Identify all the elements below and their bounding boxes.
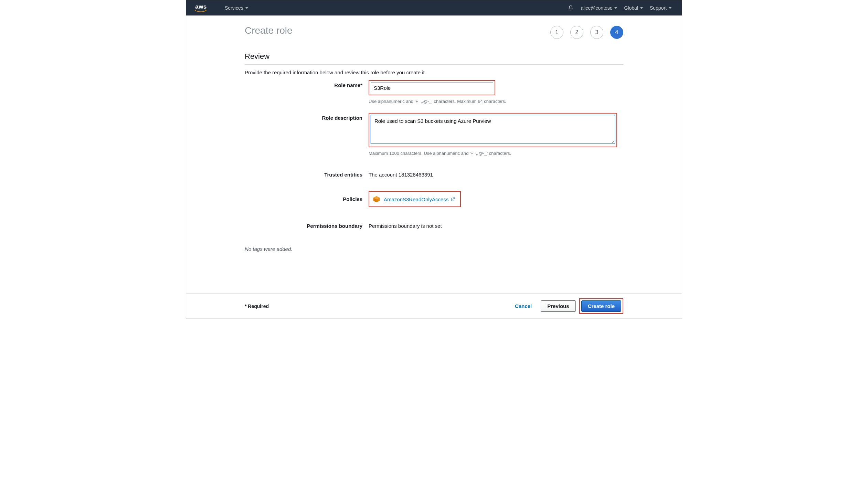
create-role-button[interactable]: Create role bbox=[581, 300, 621, 312]
page-title: Create role bbox=[245, 25, 550, 36]
nav-account-label: alice@contoso bbox=[581, 5, 612, 11]
external-link-icon bbox=[451, 197, 455, 202]
trusted-entities-label: Trusted entities bbox=[245, 170, 369, 178]
wizard-step-4[interactable]: 4 bbox=[610, 26, 623, 39]
role-description-hint: Maximum 1000 characters. Use alphanumeri… bbox=[369, 151, 623, 156]
nav-services[interactable]: Services bbox=[221, 0, 252, 15]
policy-cube-icon bbox=[373, 195, 380, 203]
nav-region[interactable]: Global bbox=[621, 0, 646, 15]
nav-account[interactable]: alice@contoso bbox=[577, 0, 621, 15]
nav-support-label: Support bbox=[650, 5, 667, 11]
nav-region-label: Global bbox=[624, 5, 638, 11]
wizard-steps: 1 2 3 4 bbox=[550, 26, 623, 39]
role-name-label: Role name* bbox=[245, 80, 369, 88]
section-title: Review bbox=[245, 52, 623, 65]
wizard-step-2[interactable]: 2 bbox=[570, 26, 583, 39]
caret-down-icon bbox=[245, 7, 248, 9]
cancel-button[interactable]: Cancel bbox=[509, 300, 537, 312]
nav-support[interactable]: Support bbox=[646, 0, 675, 15]
role-description-label: Role description bbox=[245, 113, 369, 121]
role-name-input[interactable] bbox=[371, 82, 493, 93]
section-subtitle: Provide the required information below a… bbox=[245, 70, 623, 75]
caret-down-icon bbox=[614, 7, 617, 9]
policies-label: Policies bbox=[245, 191, 369, 202]
footer-bar: * Required Cancel Previous Create role bbox=[186, 293, 682, 319]
trusted-entities-value: The account 181328463391 bbox=[369, 170, 623, 178]
wizard-step-3[interactable]: 3 bbox=[590, 26, 603, 39]
top-nav: aws Services alice@contoso Global Su bbox=[186, 0, 682, 15]
previous-button[interactable]: Previous bbox=[541, 300, 575, 312]
nav-services-label: Services bbox=[225, 5, 243, 11]
bell-icon bbox=[568, 5, 574, 11]
wizard-step-1[interactable]: 1 bbox=[550, 26, 563, 39]
aws-logo-text: aws bbox=[195, 4, 207, 10]
role-description-textarea[interactable] bbox=[371, 115, 615, 144]
policy-name: AmazonS3ReadOnlyAccess bbox=[384, 196, 448, 202]
nav-notifications[interactable] bbox=[564, 0, 577, 15]
required-note: * Required bbox=[245, 303, 269, 309]
aws-logo[interactable]: aws bbox=[194, 4, 208, 12]
no-tags-note: No tags were added. bbox=[245, 246, 623, 252]
permissions-boundary-value: Permissions boundary is not set bbox=[369, 221, 623, 229]
caret-down-icon bbox=[669, 7, 671, 9]
role-name-hint: Use alphanumeric and '+=,.@-_' character… bbox=[369, 99, 623, 104]
aws-smile-icon bbox=[194, 10, 208, 12]
policy-link[interactable]: AmazonS3ReadOnlyAccess bbox=[384, 196, 455, 202]
caret-down-icon bbox=[640, 7, 643, 9]
permissions-boundary-label: Permissions boundary bbox=[245, 221, 369, 229]
